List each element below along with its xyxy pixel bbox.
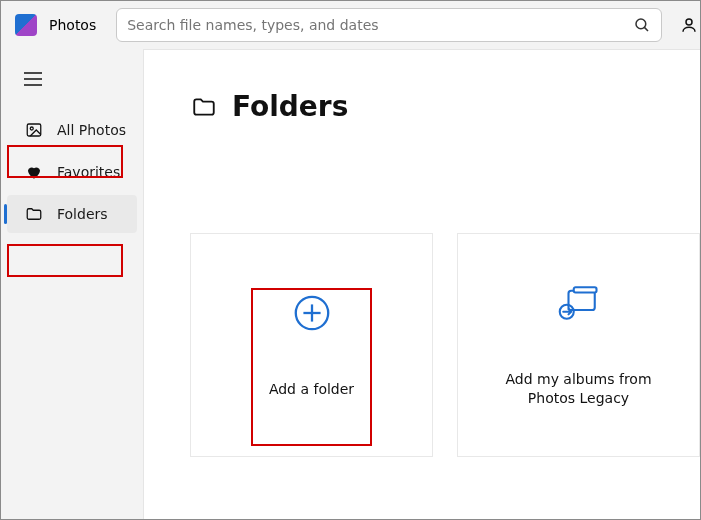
svg-line-1: [644, 27, 648, 31]
sidebar-item-label: Folders: [57, 206, 108, 222]
titlebar: Photos: [1, 1, 700, 49]
sidebar-item-label: All Photos: [57, 122, 126, 138]
image-icon: [25, 121, 43, 139]
page-heading: Folders: [190, 90, 700, 123]
tiles-row: Add a folder Add my albums from Photos L…: [190, 233, 700, 457]
folder-icon: [25, 205, 43, 223]
svg-point-0: [636, 19, 646, 29]
sidebar-item-folders[interactable]: Folders: [7, 195, 137, 233]
svg-point-2: [686, 19, 692, 25]
page-title: Folders: [232, 90, 348, 123]
plus-circle-icon: [291, 292, 333, 334]
tile-label: Add a folder: [269, 380, 354, 399]
hamburger-icon: [24, 72, 42, 86]
photos-app-icon: [15, 14, 37, 36]
app-body: All Photos Favorites Folders Fo: [1, 49, 700, 519]
app-title: Photos: [49, 17, 96, 33]
person-icon: [680, 16, 698, 34]
svg-point-7: [30, 127, 33, 130]
folder-icon: [190, 94, 218, 120]
sidebar: All Photos Favorites Folders: [1, 49, 143, 519]
search-input[interactable]: [127, 17, 633, 33]
heart-icon: [25, 163, 43, 181]
svg-rect-12: [573, 287, 596, 292]
import-albums-icon: [558, 282, 600, 324]
search-icon[interactable]: [633, 16, 651, 34]
tile-label: Add my albums from Photos Legacy: [505, 370, 651, 408]
sidebar-item-label: Favorites: [57, 164, 120, 180]
resize-handle-icon[interactable]: [143, 274, 144, 292]
svg-rect-6: [27, 124, 41, 136]
annotation-box-folders: [7, 244, 123, 277]
sidebar-item-all-photos[interactable]: All Photos: [7, 111, 137, 149]
sidebar-item-favorites[interactable]: Favorites: [7, 153, 137, 191]
add-folder-tile[interactable]: Add a folder: [190, 233, 433, 457]
profile-button[interactable]: [678, 16, 700, 34]
main-content: Folders Add a folder Add my albums from: [143, 49, 700, 519]
add-legacy-albums-tile[interactable]: Add my albums from Photos Legacy: [457, 233, 700, 457]
search-field[interactable]: [116, 8, 662, 42]
app-window: Photos All Photos: [0, 0, 701, 520]
hamburger-button[interactable]: [13, 61, 53, 97]
